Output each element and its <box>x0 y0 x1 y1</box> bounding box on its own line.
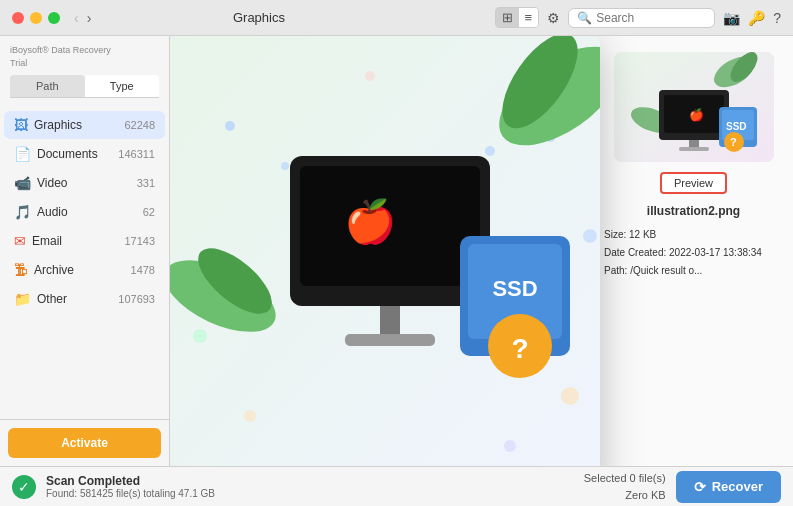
toolbar-right: ⊞ ≡ ⚙ 🔍 📷 🔑 ? <box>495 7 781 28</box>
big-preview-overlay: 🍎 SSD ? <box>170 36 600 466</box>
list-view-button[interactable]: ≡ <box>519 8 539 27</box>
other-icon: 📁 <box>14 291 31 307</box>
status-icon: ✓ <box>12 475 36 499</box>
sidebar-item-audio[interactable]: 🎵 Audio 62 <box>4 198 165 226</box>
preview-path-row: Path: /Quick result o... <box>604 262 783 280</box>
content-area: Name Size Date Created 🗂 🖼 illustration2… <box>170 36 793 466</box>
preview-date-label: Date Created: <box>604 247 666 258</box>
svg-point-35 <box>281 162 289 170</box>
preview-panel: 🍎 SSD ? Preview illustration2.png Siz <box>593 36 793 466</box>
app-license: Trial <box>10 57 159 70</box>
help-icon[interactable]: ? <box>773 10 781 26</box>
preview-size-label: Size: <box>604 229 626 240</box>
camera-icon[interactable]: 📷 <box>723 10 740 26</box>
window-title: Graphics <box>23 10 494 25</box>
sidebar-count-documents: 146311 <box>118 148 155 160</box>
sidebar-label-email: Email <box>32 234 118 248</box>
svg-rect-8 <box>679 147 709 151</box>
preview-date-value: 2022-03-17 13:38:34 <box>669 247 762 258</box>
close-button[interactable] <box>12 12 24 24</box>
status-bar: ✓ Scan Completed Found: 581425 file(s) t… <box>0 466 793 506</box>
preview-size-value: 12 KB <box>629 229 656 240</box>
titlebar: ‹ › Graphics ⊞ ≡ ⚙ 🔍 📷 🔑 ? <box>0 0 793 36</box>
svg-text:🍎: 🍎 <box>689 107 704 122</box>
search-input[interactable] <box>596 11 706 25</box>
audio-icon: 🎵 <box>14 204 31 220</box>
svg-rect-28 <box>380 306 400 336</box>
preview-path-label: Path: <box>604 265 627 276</box>
sidebar-item-video[interactable]: 📹 Video 331 <box>4 169 165 197</box>
graphics-icon: 🖼 <box>14 117 28 133</box>
svg-text:?: ? <box>730 136 737 148</box>
preview-path-value: /Quick result o... <box>630 265 702 276</box>
sidebar-label-audio: Audio <box>37 205 137 219</box>
sidebar-label-documents: Documents <box>37 147 112 161</box>
key-icon[interactable]: 🔑 <box>748 10 765 26</box>
app-logo: iBoysoft® Data Recovery Trial <box>10 44 159 69</box>
tab-path[interactable]: Path <box>10 75 85 97</box>
grid-view-button[interactable]: ⊞ <box>496 8 519 27</box>
sidebar-label-graphics: Graphics <box>34 118 118 132</box>
sidebar-footer: Activate <box>0 419 169 466</box>
sidebar-items: 🖼 Graphics 62248 📄 Documents 146311 📹 Vi… <box>0 106 169 419</box>
svg-point-38 <box>244 410 256 422</box>
activate-button[interactable]: Activate <box>8 428 161 458</box>
recover-icon: ⟳ <box>694 479 706 495</box>
status-text: Scan Completed Found: 581425 file(s) tot… <box>46 474 574 499</box>
main-layout: iBoysoft® Data Recovery Trial Path Type … <box>0 36 793 466</box>
sidebar-item-documents[interactable]: 📄 Documents 146311 <box>4 140 165 168</box>
sidebar-count-graphics: 62248 <box>124 119 155 131</box>
email-icon: ✉ <box>14 233 26 249</box>
svg-text:SSD: SSD <box>726 121 747 132</box>
sidebar-label-other: Other <box>37 292 112 306</box>
svg-point-36 <box>485 146 495 156</box>
svg-point-18 <box>561 387 579 405</box>
sidebar-label-video: Video <box>37 176 131 190</box>
video-icon: 📹 <box>14 175 31 191</box>
sidebar-item-other[interactable]: 📁 Other 107693 <box>4 285 165 313</box>
sidebar-item-email[interactable]: ✉ Email 17143 <box>4 227 165 255</box>
svg-text:SSD: SSD <box>492 276 537 301</box>
app-name: iBoysoft® Data Recovery <box>10 44 159 57</box>
sidebar-top: iBoysoft® Data Recovery Trial Path Type <box>0 36 169 106</box>
recover-button[interactable]: ⟳ Recover <box>676 471 781 503</box>
sidebar-count-archive: 1478 <box>131 264 155 276</box>
sidebar-tabs: Path Type <box>10 75 159 98</box>
svg-point-19 <box>365 71 375 81</box>
svg-point-20 <box>504 440 516 452</box>
documents-icon: 📄 <box>14 146 31 162</box>
filter-button[interactable]: ⚙ <box>547 10 560 26</box>
selected-files-label: Selected 0 file(s) <box>584 470 666 487</box>
preview-button[interactable]: Preview <box>660 172 727 194</box>
svg-text:?: ? <box>511 333 528 364</box>
search-icon: 🔍 <box>577 11 592 25</box>
preview-image-area: 🍎 SSD ? <box>614 52 774 162</box>
sidebar-item-archive[interactable]: 🗜 Archive 1478 <box>4 256 165 284</box>
sidebar-label-archive: Archive <box>34 263 125 277</box>
sidebar-count-email: 17143 <box>124 235 155 247</box>
svg-point-15 <box>225 121 235 131</box>
selected-size-label: Zero KB <box>584 487 666 504</box>
selected-info: Selected 0 file(s) Zero KB <box>584 470 666 503</box>
status-subtitle: Found: 581425 file(s) totaling 47.1 GB <box>46 488 574 499</box>
tab-type[interactable]: Type <box>85 75 160 97</box>
preview-date-row: Date Created: 2022-03-17 13:38:34 <box>604 244 783 262</box>
svg-rect-7 <box>689 140 699 148</box>
preview-size-row: Size: 12 KB <box>604 226 783 244</box>
sidebar: iBoysoft® Data Recovery Trial Path Type … <box>0 36 170 466</box>
preview-meta: Size: 12 KB Date Created: 2022-03-17 13:… <box>604 226 783 280</box>
svg-text:🍎: 🍎 <box>344 197 397 247</box>
archive-icon: 🗜 <box>14 262 28 278</box>
sidebar-count-other: 107693 <box>118 293 155 305</box>
sidebar-count-video: 331 <box>137 177 155 189</box>
preview-filename: illustration2.png <box>647 204 740 218</box>
search-bar: 🔍 <box>568 8 715 28</box>
sidebar-count-audio: 62 <box>143 206 155 218</box>
recover-label: Recover <box>712 479 763 494</box>
svg-point-17 <box>193 329 207 343</box>
sidebar-item-graphics[interactable]: 🖼 Graphics 62248 <box>4 111 165 139</box>
svg-point-37 <box>583 229 597 243</box>
view-toggle: ⊞ ≡ <box>495 7 540 28</box>
status-title: Scan Completed <box>46 474 574 488</box>
svg-rect-29 <box>345 334 435 346</box>
